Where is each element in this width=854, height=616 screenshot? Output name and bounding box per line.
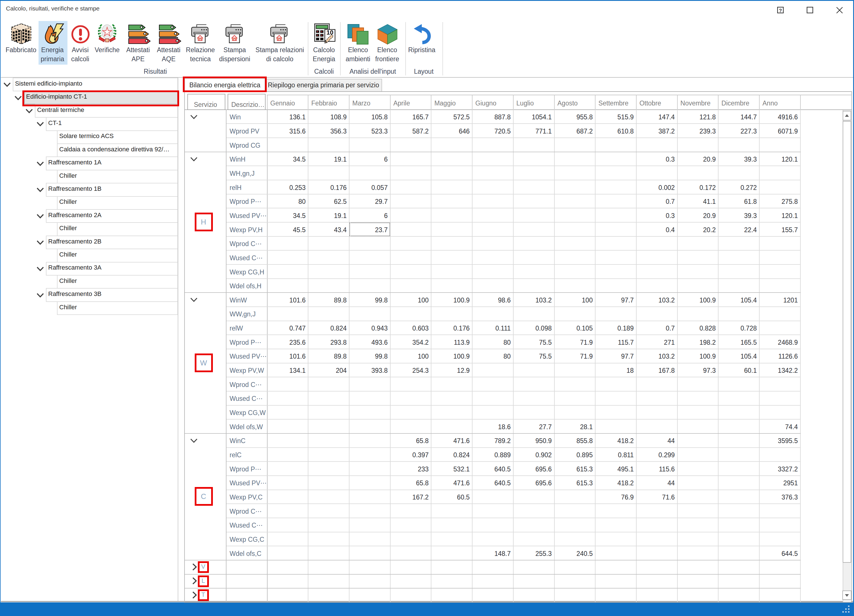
svg-text:10: 10: [326, 29, 333, 36]
svg-text:?: ?: [779, 8, 782, 13]
